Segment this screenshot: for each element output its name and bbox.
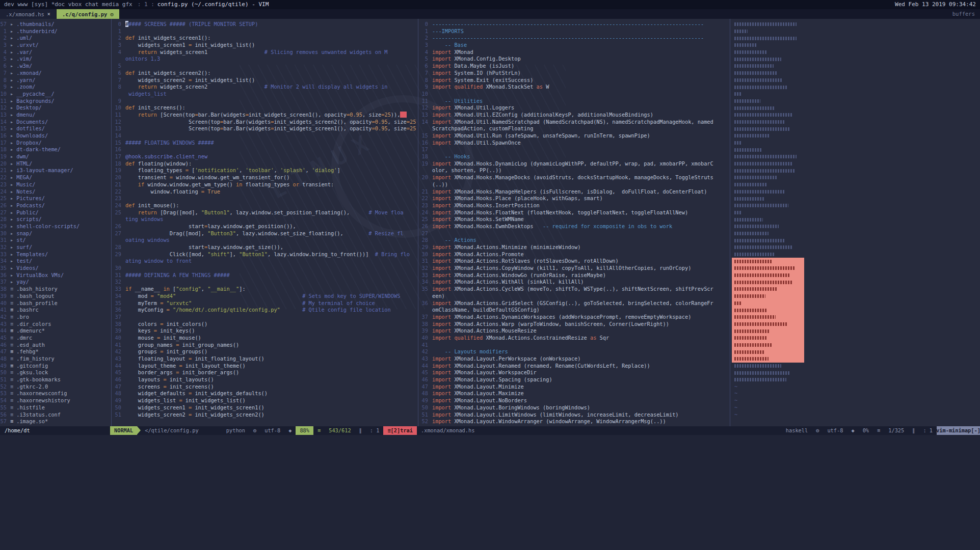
code-line[interactable]: 17@hook.subscribe.client_new: [113, 153, 417, 160]
tree-item[interactable]: 42≡.bro: [0, 314, 110, 321]
code-line[interactable]: 13import XMonad.Util.EZConfig (additiona…: [420, 112, 729, 119]
code-line[interactable]: een): [420, 293, 729, 300]
minimap-line[interactable]: [732, 125, 804, 132]
minimap-line[interactable]: [732, 244, 804, 251]
code-line[interactable]: 41 group_names = init_group_names(): [113, 342, 417, 349]
code-line[interactable]: widgets_list: [113, 91, 417, 98]
code-line[interactable]: 5import XMonad.Config.Desktop: [420, 56, 729, 63]
code-line[interactable]: 28 -- Actions: [420, 237, 729, 244]
tree-item[interactable]: 34▸test/: [0, 258, 110, 265]
code-line[interactable]: 13 Screen(top=bar.Bar(widgets=init_widge…: [113, 125, 417, 132]
minimap-viewport-highlight[interactable]: [732, 321, 804, 328]
close-icon[interactable]: ×: [47, 11, 50, 17]
tree-item[interactable]: 22▸MEGA/: [0, 174, 110, 181]
code-line[interactable]: 17: [420, 146, 729, 153]
tab-xmonad[interactable]: .x/xmonad.hs ×: [0, 9, 57, 19]
code-line[interactable]: oating windows: [113, 237, 417, 244]
code-line[interactable]: 50import XMonad.Layout.BoringWindows (bo…: [420, 404, 729, 411]
code-line[interactable]: 25 return [Drag([mod], "Button1", lazy.w…: [113, 209, 417, 216]
code-line[interactable]: 30: [113, 265, 417, 272]
tab-config[interactable]: .c/q/config.py ⚙: [57, 9, 120, 19]
code-line[interactable]: 1---IMPORTS: [420, 28, 729, 35]
code-line[interactable]: 19 floating_types = ['notification', 'to…: [113, 167, 417, 174]
code-line[interactable]: 35 myTerm = "urxvtc" # My terminal of ch…: [113, 300, 417, 307]
tree-item[interactable]: 30▸snap/: [0, 230, 110, 237]
minimap-viewport-highlight[interactable]: [732, 279, 804, 286]
tree-item[interactable]: 10▸__pycache__/: [0, 91, 110, 98]
minimap-line[interactable]: [732, 209, 804, 216]
code-line[interactable]: 40 mouse = init_mouse(): [113, 335, 417, 342]
code-line[interactable]: 44 layout_theme = init_layout_theme(): [113, 363, 417, 370]
minimap-line[interactable]: [732, 195, 804, 202]
tree-item[interactable]: 45≡.dmrc: [0, 335, 110, 342]
minimap-pane[interactable]: ~~~~~: [732, 19, 980, 426]
tree-item[interactable]: 57≡.image.so*: [0, 418, 110, 425]
code-line[interactable]: 18 -- Hooks: [420, 153, 729, 160]
minimap-viewport-highlight[interactable]: [732, 348, 804, 355]
code-line[interactable]: 24def init_mouse():: [113, 202, 417, 209]
minimap-line[interactable]: [732, 230, 804, 237]
minimap-line[interactable]: [732, 42, 804, 49]
code-line[interactable]: 48 widget_defaults = init_widgets_defaul…: [113, 390, 417, 397]
minimap-line[interactable]: [732, 216, 804, 223]
minimap-line[interactable]: [732, 153, 804, 160]
minimap-line[interactable]: [732, 251, 804, 258]
code-line[interactable]: 5: [113, 63, 417, 70]
code-line[interactable]: 35import XMonad.Actions.CycleWS (moveTo,…: [420, 286, 729, 293]
minimap-line[interactable]: [732, 146, 804, 153]
tree-item[interactable]: 54≡.haxornewshistory: [0, 397, 110, 404]
code-line[interactable]: 39 keys = init_keys(): [113, 327, 417, 335]
code-line[interactable]: 22import XMonad.Hooks.Place (placeHook, …: [420, 195, 729, 202]
minimap-line[interactable]: [732, 84, 804, 91]
tree-item[interactable]: 35▸Videos/: [0, 265, 110, 272]
tree-item[interactable]: 28▸scripts/: [0, 216, 110, 223]
tree-item[interactable]: 44≡.dmenurc*: [0, 327, 110, 335]
code-line[interactable]: 3 widgets_screen1 = init_widgets_list(): [113, 42, 417, 49]
minimap-viewport-highlight[interactable]: [732, 355, 804, 363]
tree-item[interactable]: 27▸Public/: [0, 209, 110, 216]
tree-item[interactable]: 14▸Documents/: [0, 119, 110, 126]
tree-item[interactable]: 52≡.gtkrc-2.0: [0, 383, 110, 391]
code-line[interactable]: 7 widgets_screen2 = init_widgets_list(): [113, 77, 417, 84]
tree-item[interactable]: 17▸Dropbox/: [0, 140, 110, 147]
minimap-viewport-highlight[interactable]: [732, 265, 804, 272]
code-line[interactable]: 25import XMonad.Hooks.SetWMName: [420, 216, 729, 223]
code-line[interactable]: 27: [420, 230, 729, 237]
editor-xmonad-pane[interactable]: 0---------------------------------------…: [420, 19, 729, 426]
tree-item[interactable]: 33▸Templates/: [0, 251, 110, 258]
tree-item[interactable]: 49≡.gitconfig: [0, 363, 110, 370]
code-line[interactable]: 18def floating(window):: [113, 160, 417, 168]
minimap-line[interactable]: [732, 160, 804, 168]
tree-item[interactable]: 23▸Music/: [0, 181, 110, 188]
code-line[interactable]: 29import XMonad.Actions.Minimize (minimi…: [420, 244, 729, 251]
tree-item[interactable]: 6▸.w3m/: [0, 63, 110, 70]
minimap-viewport-highlight[interactable]: [732, 300, 804, 307]
tree-item[interactable]: 15▸dotfiles/: [0, 125, 110, 132]
code-line[interactable]: 15import XMonad.Util.Run (safeSpawn, uns…: [420, 132, 729, 140]
code-line[interactable]: 12import XMonad.Util.Loggers: [420, 104, 729, 112]
minimap-line[interactable]: [732, 70, 804, 77]
tree-item[interactable]: 57▸.thumbnails/: [0, 21, 110, 28]
code-line[interactable]: 21import XMonad.Hooks.ManageHelpers (isF…: [420, 188, 729, 196]
code-line[interactable]: 29 Click([mod, "shift"], "Button1", lazy…: [113, 251, 417, 258]
code-line[interactable]: 19import XMonad.Hooks.DynamicLog (dynami…: [420, 160, 729, 168]
code-line[interactable]: 16import XMonad.Util.SpawnOnce: [420, 140, 729, 147]
code-line[interactable]: 14: [113, 132, 417, 140]
tree-item[interactable]: 1▸.thunderbird/: [0, 28, 110, 35]
tree-item[interactable]: 24▸Notes/: [0, 188, 110, 196]
code-line[interactable]: ScratchpadAction, customFloating: [420, 125, 729, 132]
code-line[interactable]: 0---------------------------------------…: [420, 21, 729, 28]
code-line[interactable]: 2def init_widgets_screen1():: [113, 35, 417, 42]
code-line[interactable]: 0##### SCREENS ##### (TRIPLE MONITOR SET…: [113, 21, 417, 28]
minimap-line[interactable]: [732, 202, 804, 209]
code-line[interactable]: 10: [420, 91, 729, 98]
tree-item[interactable]: 31▸st/: [0, 237, 110, 244]
code-line[interactable]: 2---------------------------------------…: [420, 35, 729, 42]
tree-item[interactable]: 16▸Downloads/: [0, 132, 110, 140]
code-line[interactable]: 33import XMonad.Actions.WindowGo (runOrR…: [420, 272, 729, 279]
tree-item[interactable]: 18▸dt-dark-theme/: [0, 146, 110, 153]
code-line[interactable]: 21 if window.window.get_wm_type() in flo…: [113, 181, 417, 188]
tree-item[interactable]: 55≡.histfile: [0, 404, 110, 411]
code-line[interactable]: ating window to front: [113, 258, 417, 265]
minimap-line[interactable]: [732, 223, 804, 230]
